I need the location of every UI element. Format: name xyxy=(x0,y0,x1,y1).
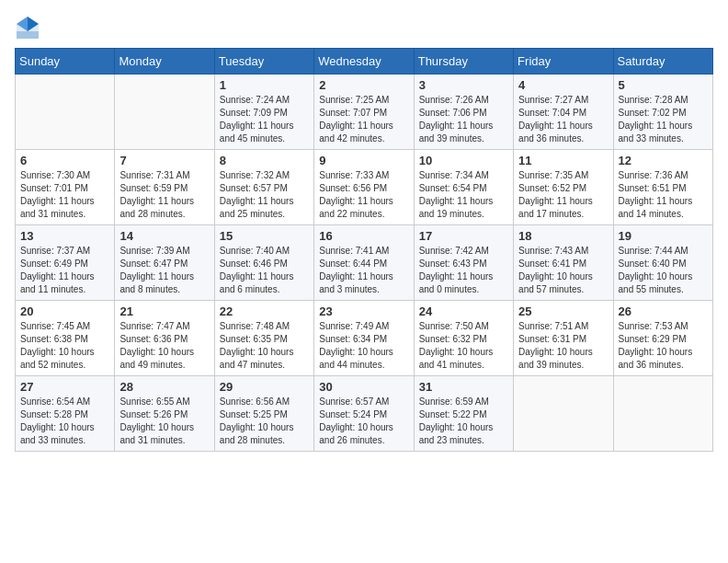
calendar-cell: 27Sunrise: 6:54 AM Sunset: 5:28 PM Dayli… xyxy=(16,376,115,452)
calendar-week-5: 27Sunrise: 6:54 AM Sunset: 5:28 PM Dayli… xyxy=(16,376,713,452)
calendar-cell: 9Sunrise: 7:33 AM Sunset: 6:56 PM Daylig… xyxy=(314,150,414,225)
day-info: Sunrise: 7:28 AM Sunset: 7:02 PM Dayligh… xyxy=(619,94,708,145)
day-number: 10 xyxy=(419,154,508,167)
calendar: SundayMondayTuesdayWednesdayThursdayFrid… xyxy=(15,48,713,452)
day-info: Sunrise: 7:47 AM Sunset: 6:36 PM Dayligh… xyxy=(119,320,209,372)
day-info: Sunrise: 7:40 AM Sunset: 6:46 PM Dayligh… xyxy=(220,245,309,296)
day-info: Sunrise: 7:48 AM Sunset: 6:35 PM Dayligh… xyxy=(220,320,309,372)
calendar-cell: 15Sunrise: 7:40 AM Sunset: 6:46 PM Dayli… xyxy=(214,225,313,301)
calendar-cell xyxy=(514,376,613,452)
day-info: Sunrise: 7:25 AM Sunset: 7:07 PM Dayligh… xyxy=(319,94,408,145)
calendar-cell xyxy=(613,376,712,452)
calendar-week-2: 6Sunrise: 7:30 AM Sunset: 7:01 PM Daylig… xyxy=(16,150,713,225)
weekday-header-row: SundayMondayTuesdayWednesdayThursdayFrid… xyxy=(16,49,713,75)
day-number: 8 xyxy=(220,154,309,167)
day-info: Sunrise: 7:37 AM Sunset: 6:49 PM Dayligh… xyxy=(20,245,109,296)
calendar-cell: 4Sunrise: 7:27 AM Sunset: 7:04 PM Daylig… xyxy=(514,75,613,150)
day-info: Sunrise: 6:57 AM Sunset: 5:24 PM Dayligh… xyxy=(319,396,408,447)
day-number: 20 xyxy=(20,304,109,318)
svg-rect-3 xyxy=(17,31,39,39)
calendar-cell: 22Sunrise: 7:48 AM Sunset: 6:35 PM Dayli… xyxy=(214,301,313,376)
day-info: Sunrise: 7:51 AM Sunset: 6:31 PM Dayligh… xyxy=(518,320,608,372)
calendar-week-1: 1Sunrise: 7:24 AM Sunset: 7:09 PM Daylig… xyxy=(16,75,713,150)
calendar-cell: 26Sunrise: 7:53 AM Sunset: 6:29 PM Dayli… xyxy=(613,301,712,376)
calendar-cell xyxy=(115,75,214,150)
calendar-cell: 23Sunrise: 7:49 AM Sunset: 6:34 PM Dayli… xyxy=(314,301,414,376)
day-number: 1 xyxy=(220,78,309,92)
calendar-cell xyxy=(16,75,115,150)
calendar-cell: 12Sunrise: 7:36 AM Sunset: 6:51 PM Dayli… xyxy=(613,150,712,225)
weekday-header-saturday: Saturday xyxy=(613,49,712,75)
header xyxy=(15,15,713,40)
calendar-cell: 31Sunrise: 6:59 AM Sunset: 5:22 PM Dayli… xyxy=(414,376,513,452)
weekday-header-tuesday: Tuesday xyxy=(214,49,313,75)
day-info: Sunrise: 6:59 AM Sunset: 5:22 PM Dayligh… xyxy=(419,396,508,447)
weekday-header-sunday: Sunday xyxy=(16,49,115,75)
day-info: Sunrise: 7:34 AM Sunset: 6:54 PM Dayligh… xyxy=(419,169,508,221)
day-info: Sunrise: 7:44 AM Sunset: 6:40 PM Dayligh… xyxy=(619,245,708,296)
day-info: Sunrise: 7:27 AM Sunset: 7:04 PM Dayligh… xyxy=(518,94,608,145)
day-info: Sunrise: 6:54 AM Sunset: 5:28 PM Dayligh… xyxy=(20,396,109,447)
day-info: Sunrise: 7:42 AM Sunset: 6:43 PM Dayligh… xyxy=(419,245,508,296)
calendar-week-4: 20Sunrise: 7:45 AM Sunset: 6:38 PM Dayli… xyxy=(16,301,713,376)
day-number: 19 xyxy=(619,229,708,243)
weekday-header-wednesday: Wednesday xyxy=(314,49,414,75)
calendar-cell: 17Sunrise: 7:42 AM Sunset: 6:43 PM Dayli… xyxy=(414,225,513,301)
calendar-cell: 30Sunrise: 6:57 AM Sunset: 5:24 PM Dayli… xyxy=(314,376,414,452)
day-info: Sunrise: 7:36 AM Sunset: 6:51 PM Dayligh… xyxy=(619,169,708,221)
day-number: 11 xyxy=(518,154,608,167)
day-info: Sunrise: 6:56 AM Sunset: 5:25 PM Dayligh… xyxy=(220,396,309,447)
calendar-cell: 29Sunrise: 6:56 AM Sunset: 5:25 PM Dayli… xyxy=(214,376,313,452)
calendar-cell: 10Sunrise: 7:34 AM Sunset: 6:54 PM Dayli… xyxy=(414,150,513,225)
day-info: Sunrise: 7:39 AM Sunset: 6:47 PM Dayligh… xyxy=(119,245,209,296)
day-number: 4 xyxy=(518,78,608,92)
day-number: 30 xyxy=(319,380,408,394)
calendar-cell: 21Sunrise: 7:47 AM Sunset: 6:36 PM Dayli… xyxy=(115,301,214,376)
day-info: Sunrise: 7:30 AM Sunset: 7:01 PM Dayligh… xyxy=(20,169,109,221)
day-number: 16 xyxy=(319,229,408,243)
calendar-cell: 16Sunrise: 7:41 AM Sunset: 6:44 PM Dayli… xyxy=(314,225,414,301)
day-number: 5 xyxy=(619,78,708,92)
day-info: Sunrise: 7:26 AM Sunset: 7:06 PM Dayligh… xyxy=(419,94,508,145)
day-info: Sunrise: 7:49 AM Sunset: 6:34 PM Dayligh… xyxy=(319,320,408,372)
day-number: 7 xyxy=(119,154,209,167)
day-number: 21 xyxy=(119,304,209,318)
weekday-header-thursday: Thursday xyxy=(414,49,513,75)
day-info: Sunrise: 7:43 AM Sunset: 6:41 PM Dayligh… xyxy=(518,245,608,296)
day-info: Sunrise: 7:53 AM Sunset: 6:29 PM Dayligh… xyxy=(619,320,708,372)
logo-icon xyxy=(15,15,40,40)
calendar-cell: 6Sunrise: 7:30 AM Sunset: 7:01 PM Daylig… xyxy=(16,150,115,225)
day-info: Sunrise: 7:45 AM Sunset: 6:38 PM Dayligh… xyxy=(20,320,109,372)
day-info: Sunrise: 7:33 AM Sunset: 6:56 PM Dayligh… xyxy=(319,169,408,221)
day-number: 31 xyxy=(419,380,508,394)
day-number: 13 xyxy=(20,229,109,243)
calendar-cell: 7Sunrise: 7:31 AM Sunset: 6:59 PM Daylig… xyxy=(115,150,214,225)
calendar-cell: 11Sunrise: 7:35 AM Sunset: 6:52 PM Dayli… xyxy=(514,150,613,225)
calendar-cell: 18Sunrise: 7:43 AM Sunset: 6:41 PM Dayli… xyxy=(514,225,613,301)
day-number: 27 xyxy=(20,380,109,394)
logo xyxy=(15,15,44,40)
weekday-header-friday: Friday xyxy=(514,49,613,75)
calendar-cell: 8Sunrise: 7:32 AM Sunset: 6:57 PM Daylig… xyxy=(214,150,313,225)
calendar-cell: 5Sunrise: 7:28 AM Sunset: 7:02 PM Daylig… xyxy=(613,75,712,150)
day-number: 2 xyxy=(319,78,408,92)
day-number: 28 xyxy=(119,380,209,394)
day-number: 29 xyxy=(220,380,309,394)
day-number: 15 xyxy=(220,229,309,243)
day-info: Sunrise: 6:55 AM Sunset: 5:26 PM Dayligh… xyxy=(119,396,209,447)
day-number: 22 xyxy=(220,304,309,318)
weekday-header-monday: Monday xyxy=(115,49,214,75)
calendar-cell: 28Sunrise: 6:55 AM Sunset: 5:26 PM Dayli… xyxy=(115,376,214,452)
calendar-cell: 3Sunrise: 7:26 AM Sunset: 7:06 PM Daylig… xyxy=(414,75,513,150)
day-info: Sunrise: 7:41 AM Sunset: 6:44 PM Dayligh… xyxy=(319,245,408,296)
calendar-cell: 14Sunrise: 7:39 AM Sunset: 6:47 PM Dayli… xyxy=(115,225,214,301)
day-number: 17 xyxy=(419,229,508,243)
day-number: 25 xyxy=(518,304,608,318)
calendar-cell: 2Sunrise: 7:25 AM Sunset: 7:07 PM Daylig… xyxy=(314,75,414,150)
day-number: 9 xyxy=(319,154,408,167)
day-number: 24 xyxy=(419,304,508,318)
day-number: 23 xyxy=(319,304,408,318)
calendar-cell: 20Sunrise: 7:45 AM Sunset: 6:38 PM Dayli… xyxy=(16,301,115,376)
calendar-week-3: 13Sunrise: 7:37 AM Sunset: 6:49 PM Dayli… xyxy=(16,225,713,301)
calendar-cell: 1Sunrise: 7:24 AM Sunset: 7:09 PM Daylig… xyxy=(214,75,313,150)
